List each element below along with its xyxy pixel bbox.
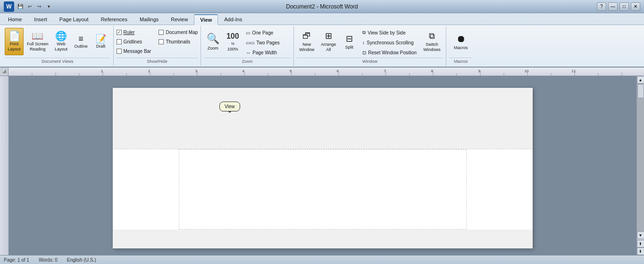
draft-icon: 📝 <box>96 34 106 43</box>
zoom-100-btn[interactable]: 100 % 100% <box>224 28 242 55</box>
tab-review[interactable]: Review <box>165 14 194 25</box>
word-count: Words: 0 <box>39 257 58 263</box>
close-btn[interactable]: ✕ <box>631 2 640 11</box>
zoom-small-buttons: ▭ One Page ▭▭ Two Pages ↔ Page Width <box>243 28 291 57</box>
view-side-label: View Side by Side <box>368 30 405 35</box>
svg-text:11: 11 <box>572 69 576 73</box>
scroll-prev-page-btn[interactable]: ⬆ <box>637 240 644 247</box>
macros-icon: ⏺ <box>456 34 466 44</box>
quick-access-toolbar: 💾 ↩ ↪ ▾ <box>16 2 53 11</box>
undo-qa-btn[interactable]: ↩ <box>25 2 34 11</box>
new-window-btn[interactable]: 🗗 NewWindow <box>297 28 317 55</box>
two-pages-icon: ▭▭ <box>246 40 254 45</box>
arrange-all-btn[interactable]: ⊞ ArrangeAll <box>318 28 338 55</box>
message-bar-checkbox[interactable] <box>117 49 122 54</box>
tab-insert[interactable]: Insert <box>28 14 53 25</box>
svg-text:1: 1 <box>101 69 103 73</box>
scroll-next-page-btn[interactable]: ⬇ <box>637 247 644 255</box>
ruler-corner[interactable] <box>0 68 8 76</box>
two-pages-btn[interactable]: ▭▭ Two Pages <box>243 38 291 47</box>
page-width-icon: ↔ <box>246 50 251 55</box>
web-layout-label: WebLayout <box>55 42 67 52</box>
reset-window-position-btn[interactable]: ⊡ Reset Window Position <box>360 48 419 57</box>
full-screen-reading-btn[interactable]: 📖 Full ScreenReading <box>25 28 51 55</box>
redo-qa-btn[interactable]: ↪ <box>35 2 43 11</box>
document-map-label: Document Map <box>166 30 198 35</box>
minimize-btn[interactable]: — <box>608 2 618 11</box>
zoom-100-label: 100% <box>227 47 238 51</box>
help-btn[interactable]: ? <box>597 2 606 11</box>
switch-windows-icon: ⧉ <box>429 31 435 41</box>
outline-icon: ≡ <box>78 34 84 43</box>
tab-mailings[interactable]: Mailings <box>134 14 165 25</box>
svg-text:3: 3 <box>195 69 198 73</box>
ruler-checkbox-item[interactable]: Ruler <box>117 28 151 36</box>
page-width-btn[interactable]: ↔ Page Width <box>243 48 291 57</box>
thumbnails-checkbox-item[interactable]: Thumbnails <box>159 37 198 46</box>
view-side-icon: ⧉ <box>362 30 366 35</box>
synchronous-scrolling-btn[interactable]: ↕ Synchronous Scrolling <box>360 38 419 47</box>
scroll-track[interactable] <box>637 84 644 231</box>
svg-text:9: 9 <box>478 69 481 73</box>
one-page-btn[interactable]: ▭ One Page <box>243 28 291 37</box>
outline-label: Outline <box>74 44 88 49</box>
ribbon: Home Insert Page Layout References Maili… <box>0 13 644 68</box>
draft-btn[interactable]: 📝 Draft <box>92 28 110 55</box>
document-page <box>113 88 533 248</box>
scroll-up-btn[interactable]: ▲ <box>637 76 644 84</box>
two-pages-label: Two Pages <box>256 40 279 45</box>
split-label: Split <box>345 45 354 50</box>
zoom-btn[interactable]: 🔍 Zoom <box>204 28 222 55</box>
zoom-label: Zoom <box>204 58 291 65</box>
gridlines-checkbox-item[interactable]: Gridlines <box>117 37 151 46</box>
full-screen-icon: 📖 <box>32 31 43 41</box>
tab-page-layout[interactable]: Page Layout <box>53 14 95 25</box>
switch-windows-btn[interactable]: ⧉ SwitchWindows <box>421 28 443 55</box>
ruler-checkbox[interactable] <box>117 30 122 35</box>
message-bar-label: Message Bar <box>124 49 151 54</box>
web-layout-btn[interactable]: 🌐 WebLayout <box>52 28 71 55</box>
macros-btn[interactable]: ⏺ Macros <box>449 28 473 55</box>
svg-text:2: 2 <box>148 69 151 73</box>
one-page-icon: ▭ <box>246 30 250 35</box>
thumbnails-checkbox[interactable] <box>159 39 164 44</box>
outline-btn[interactable]: ≡ Outline <box>72 28 91 55</box>
view-side-by-side-btn[interactable]: ⧉ View Side by Side <box>360 28 419 37</box>
zoom-content: 🔍 Zoom 100 % 100% ▭ One Page ▭▭ Two Page… <box>204 27 291 58</box>
document-map-checkbox[interactable] <box>159 30 164 35</box>
split-btn[interactable]: ⊟ Split <box>340 28 358 55</box>
document-views-group: 📄 PrintLayout 📖 Full ScreenReading 🌐 Web… <box>2 26 114 66</box>
show-hide-label: Show/Hide <box>117 58 198 65</box>
message-bar-checkbox-item[interactable]: Message Bar <box>117 47 151 55</box>
maximize-btn[interactable]: □ <box>619 2 629 11</box>
window-group-label: Window <box>297 58 443 65</box>
macros-label: Macros <box>454 45 468 50</box>
document-map-checkbox-item[interactable]: Document Map <box>159 28 198 36</box>
switch-windows-label: SwitchWindows <box>423 42 441 52</box>
title-bar-controls: ? — □ ✕ <box>597 2 640 11</box>
vertical-ruler[interactable] <box>0 76 8 255</box>
horizontal-ruler[interactable]: 1 2 3 4 5 6 7 8 9 10 11 <box>8 68 644 76</box>
svg-rect-0 <box>8 68 644 76</box>
tab-references[interactable]: References <box>95 14 134 25</box>
show-hide-checkboxes: Ruler Gridlines Message Bar <box>117 28 151 55</box>
tab-view[interactable]: View <box>194 14 218 25</box>
scroll-down-btn[interactable]: ▼ <box>637 231 644 239</box>
window-content: 🗗 NewWindow ⊞ ArrangeAll ⊟ Split ⧉ View … <box>297 27 443 58</box>
full-screen-label: Full ScreenReading <box>27 42 49 52</box>
zoom-group: 🔍 Zoom 100 % 100% ▭ One Page ▭▭ Two Page… <box>201 26 294 66</box>
svg-text:5: 5 <box>290 69 292 73</box>
gridlines-checkbox[interactable] <box>117 39 122 44</box>
tab-add-ins[interactable]: Add-Ins <box>218 14 248 25</box>
vertical-scrollbar[interactable]: ▲ ▼ ⬆ ⬇ <box>636 76 644 255</box>
ruler-container: 1 2 3 4 5 6 7 8 9 10 11 <box>0 68 644 76</box>
save-qa-btn[interactable]: 💾 <box>16 2 25 11</box>
page-info: Page: 1 of 1 <box>4 257 29 263</box>
document-scroll-area[interactable] <box>8 76 636 255</box>
dropdown-qa-btn[interactable]: ▾ <box>44 2 53 11</box>
print-layout-btn[interactable]: 📄 PrintLayout <box>5 28 24 55</box>
scroll-thumb[interactable] <box>637 84 644 98</box>
web-layout-icon: 🌐 <box>55 31 67 41</box>
tab-home[interactable]: Home <box>2 14 28 25</box>
sync-scroll-icon: ↕ <box>362 40 365 45</box>
